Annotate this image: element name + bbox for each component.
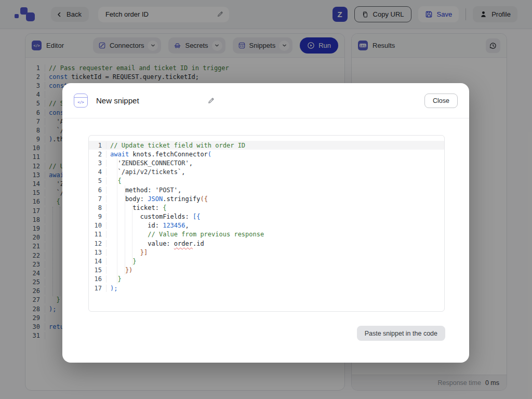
- code-line: 10 id: 123456,: [89, 221, 444, 230]
- code-line: 9 customFields: [{: [89, 212, 444, 221]
- line-number: 9: [89, 213, 107, 220]
- indent-guide: [125, 185, 125, 275]
- code-line: 7 body: JSON.stringify({: [89, 194, 444, 203]
- code-line: 6 method: 'POST',: [89, 185, 444, 194]
- paste-snippet-button[interactable]: Paste snippet in the code: [357, 326, 445, 341]
- code-line: 8 ticket: {: [89, 203, 444, 212]
- close-button[interactable]: Close: [424, 94, 458, 108]
- line-number: 11: [89, 231, 107, 238]
- code-line: 5 {: [89, 177, 444, 185]
- line-number: 5: [89, 177, 107, 184]
- line-number: 1: [89, 142, 107, 149]
- snippet-window-icon: </>: [74, 94, 88, 108]
- line-number: 8: [89, 204, 107, 211]
- new-snippet-modal: </> New snippet Close 1// Update ticket …: [62, 83, 469, 363]
- snippet-code-block: 1// Update ticket field with order ID2aw…: [88, 135, 445, 312]
- line-number: 3: [89, 159, 107, 167]
- line-number: 4: [89, 168, 107, 176]
- indent-guide: [117, 158, 117, 284]
- code-line: 11 // Value from previous response: [89, 230, 444, 239]
- code-line: 14 }: [89, 257, 444, 265]
- code-line: 12 value: order.id: [89, 239, 444, 248]
- edit-pencil-icon[interactable]: [207, 97, 215, 105]
- code-line: 4 `/api/v2/tickets`,: [89, 168, 444, 177]
- code-line: 3 'ZENDESK_CONNECTOR',: [89, 158, 444, 167]
- line-number: 16: [89, 275, 107, 283]
- snippet-glyph: </>: [74, 98, 87, 107]
- code-line: 16 }: [89, 275, 444, 284]
- code-line: 2await knots.fetchConnector(: [89, 150, 444, 158]
- code-line: 1// Update ticket field with order ID: [89, 141, 444, 150]
- line-number: 15: [89, 267, 107, 274]
- modal-header: </> New snippet Close: [62, 83, 469, 118]
- code-line: 13 }]: [89, 248, 444, 257]
- line-number: 12: [89, 240, 107, 247]
- line-number: 14: [89, 258, 107, 265]
- line-number: 10: [89, 222, 107, 229]
- line-number: 17: [89, 285, 107, 292]
- code-line: 17);: [89, 284, 444, 292]
- line-number: 6: [89, 187, 107, 194]
- line-number: 13: [89, 249, 107, 256]
- line-number: 2: [89, 151, 107, 158]
- modal-title: New snippet: [96, 96, 139, 105]
- code-line: 15 }): [89, 266, 444, 275]
- line-number: 7: [89, 195, 107, 203]
- indent-guide: [132, 203, 132, 266]
